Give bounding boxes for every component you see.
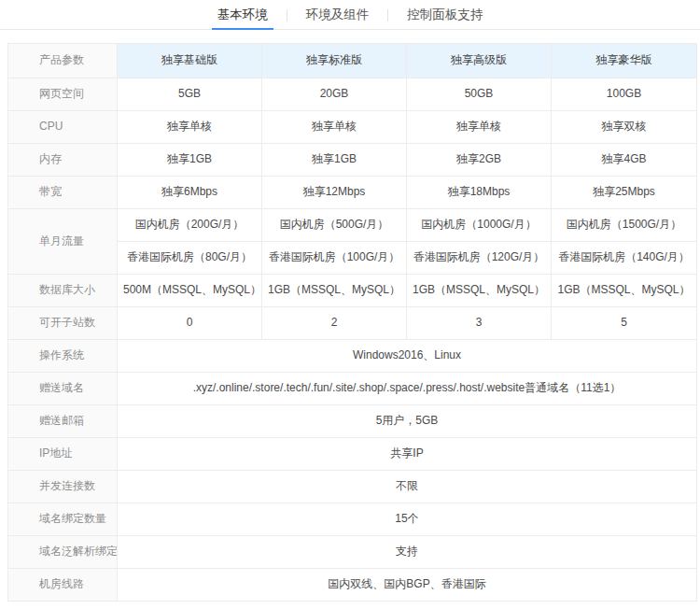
spec-value: 国内机房（500G/月） <box>262 209 407 242</box>
table-row: 域名泛解析绑定支持 <box>8 536 697 569</box>
spec-value: 独享双核 <box>552 111 697 144</box>
table-row: 域名绑定数量15个 <box>8 503 697 536</box>
row-label: 赠送邮箱 <box>8 405 118 438</box>
table-row: 单月流量国内机房（200G/月）国内机房（500G/月）国内机房（1000G/月… <box>8 209 697 242</box>
product-spec-table: 产品参数独享基础版独享标准版独享高级版独享豪华版网页空间5GB20GB50GB1… <box>7 43 697 602</box>
row-label: 可开子站数 <box>8 307 118 340</box>
spec-value-merged: 共享IP <box>118 438 697 471</box>
tab-separator <box>287 9 287 21</box>
spec-value: 50GB <box>407 78 552 111</box>
spec-value: 1GB（MSSQL、MySQL） <box>552 275 697 307</box>
spec-value: 2 <box>262 307 407 340</box>
spec-value: 独享12Mbps <box>262 177 407 209</box>
spec-value: 独享2GB <box>407 144 552 177</box>
spec-value: 独享1GB <box>262 144 407 177</box>
row-label: 带宽 <box>8 177 118 209</box>
row-label: IP地址 <box>8 438 118 471</box>
spec-value: 独享4GB <box>552 144 697 177</box>
table-header-row: 产品参数独享基础版独享标准版独享高级版独享豪华版 <box>8 44 697 78</box>
table-row: 数据库大小500M（MSSQL、MySQL）1GB（MSSQL、MySQL）1G… <box>8 275 697 307</box>
spec-value-merged: 不限 <box>118 471 697 503</box>
spec-value-merged: 5用户，5GB <box>118 405 697 438</box>
row-label: CPU <box>8 111 118 144</box>
column-header-plan: 独享高级版 <box>407 44 552 78</box>
row-label: 网页空间 <box>8 78 118 111</box>
row-label: 并发连接数 <box>8 471 118 503</box>
spec-value: 5GB <box>118 78 262 111</box>
table-row: 可开子站数0235 <box>8 307 697 340</box>
spec-value: 1GB（MSSQL、MySQL） <box>262 275 407 307</box>
spec-value: 独享1GB <box>118 144 262 177</box>
row-label: 单月流量 <box>8 209 118 275</box>
spec-value: 香港国际机房（120G/月） <box>407 242 552 275</box>
table-row: 赠送域名.xyz/.online/.store/.tech/.fun/.site… <box>8 373 697 405</box>
spec-value: 独享6Mbps <box>118 177 262 209</box>
spec-value: 香港国际机房（100G/月） <box>262 242 407 275</box>
table-row: 操作系统Windows2016、Linux <box>8 340 697 373</box>
spec-value: 0 <box>118 307 262 340</box>
spec-value: 1GB（MSSQL、MySQL） <box>407 275 552 307</box>
table-row: 机房线路国内双线、国内BGP、香港国际 <box>8 569 697 602</box>
column-header-plan: 独享基础版 <box>118 44 262 78</box>
spec-value: 独享单核 <box>262 111 407 144</box>
spec-value: 国内机房（200G/月） <box>118 209 262 242</box>
row-label: 数据库大小 <box>8 275 118 307</box>
table-row: 带宽独享6Mbps独享12Mbps独享18Mbps独享25Mbps <box>8 177 697 209</box>
spec-value: 国内机房（1500G/月） <box>552 209 697 242</box>
column-header-plan: 独享标准版 <box>262 44 407 78</box>
spec-value: 独享18Mbps <box>407 177 552 209</box>
spec-value: 100GB <box>552 78 697 111</box>
row-label: 机房线路 <box>8 569 118 602</box>
spec-value: 独享25Mbps <box>552 177 697 209</box>
spec-value-merged: 支持 <box>118 536 697 569</box>
table-row: 网页空间5GB20GB50GB100GB <box>8 78 697 111</box>
tab-environment-components[interactable]: 环境及组件 <box>301 5 375 31</box>
spec-value: 20GB <box>262 78 407 111</box>
spec-value-merged: 国内双线、国内BGP、香港国际 <box>118 569 697 602</box>
table-row: 并发连接数不限 <box>8 471 697 503</box>
spec-value-merged: Windows2016、Linux <box>118 340 697 373</box>
spec-value: 3 <box>407 307 552 340</box>
spec-value-merged: 15个 <box>118 503 697 536</box>
table-row: 内存独享1GB独享1GB独享2GB独享4GB <box>8 144 697 177</box>
row-label: 赠送域名 <box>8 373 118 405</box>
spec-value: 500M（MSSQL、MySQL） <box>118 275 262 307</box>
tab-basic-environment[interactable]: 基本环境 <box>212 5 273 31</box>
spec-value: 独享单核 <box>407 111 552 144</box>
spec-value: 香港国际机房（140G/月） <box>552 242 697 275</box>
spec-value: 香港国际机房（80G/月） <box>118 242 262 275</box>
tab-bar: 基本环境 环境及组件 控制面板支持 <box>0 0 700 30</box>
column-header-params: 产品参数 <box>8 44 118 78</box>
row-label: 操作系统 <box>8 340 118 373</box>
spec-value: 国内机房（1000G/月） <box>407 209 552 242</box>
column-header-plan: 独享豪华版 <box>552 44 697 78</box>
spec-value: 独享单核 <box>118 111 262 144</box>
tab-control-panel-support[interactable]: 控制面板支持 <box>401 5 488 31</box>
row-label: 域名绑定数量 <box>8 503 118 536</box>
table-row: IP地址共享IP <box>8 438 697 471</box>
tab-separator <box>387 9 388 21</box>
spec-value-merged: .xyz/.online/.store/.tech/.fun/.site/.sh… <box>118 373 697 405</box>
row-label: 内存 <box>8 144 118 177</box>
table-row: CPU独享单核独享单核独享单核独享双核 <box>8 111 697 144</box>
row-label: 域名泛解析绑定 <box>8 536 118 569</box>
table-row: 赠送邮箱5用户，5GB <box>8 405 697 438</box>
spec-value: 5 <box>552 307 697 340</box>
